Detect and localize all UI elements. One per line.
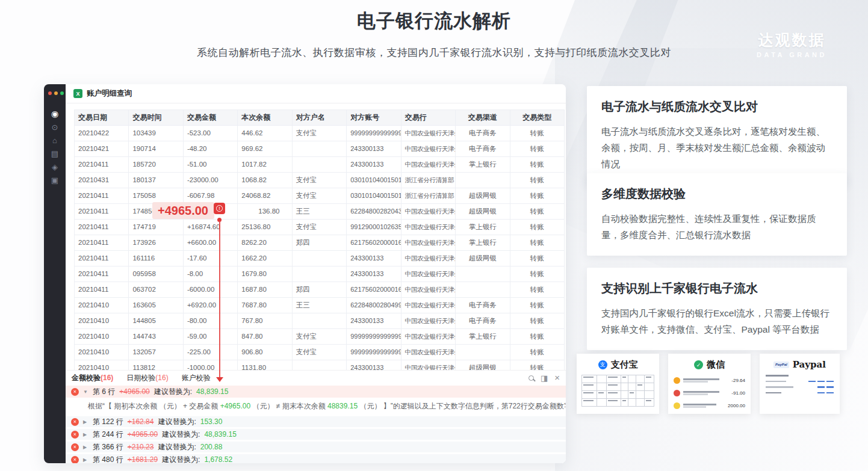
- column-header: 交易渠道: [456, 110, 510, 126]
- table-row[interactable]: 20210410144805-80.00767.80243300133中国农业银…: [75, 313, 565, 329]
- search-icon[interactable]: [529, 375, 534, 381]
- validation-issue-row[interactable]: 第 6 行 +4965.00 建议替换为: 48,839.15: [66, 386, 566, 398]
- archive-icon[interactable]: ▣: [51, 176, 58, 184]
- table-cell: 6217560200001671561: [347, 235, 401, 251]
- detail-text: 根据“【 期初本次余额 （元） + 交易金额: [88, 402, 220, 410]
- column-header: 交易类型: [510, 110, 565, 126]
- table-row[interactable]: 20210410132057-225.00906.80支付宝9999999999…: [75, 345, 565, 360]
- home-icon[interactable]: ⌂: [52, 137, 57, 144]
- table-row[interactable]: 20210410163605+6920.007687.80王三622848002…: [75, 298, 565, 313]
- table-row[interactable]: 20210411063702-6000.001687.80郑四621756020…: [75, 282, 565, 298]
- table-cell: 中国农业银行天津分行资金清算中心: [401, 141, 455, 157]
- info-icon[interactable]: ◈: [52, 163, 58, 171]
- table-row[interactable]: 20210411161116-17.601662.20243300133中国农业…: [75, 251, 565, 266]
- document-icon[interactable]: ▤: [51, 150, 58, 158]
- issue-old-value: +162.84: [128, 417, 154, 426]
- issue-new-value: 1,678.52: [204, 455, 232, 463]
- chevron-right-icon[interactable]: [83, 432, 88, 437]
- grid-cell-placeholder: [597, 375, 607, 383]
- grid-cell-placeholder: [636, 391, 645, 399]
- platform-card-paypal: Paypal: [760, 354, 840, 414]
- column-header: 对方户名: [292, 110, 346, 126]
- feature-body: 电子流水与纸质流水交叉逐条比对，逐笔核对发生额、余额，按周、月、季末核对发生额汇…: [601, 123, 832, 172]
- wechat-transaction-row: -91.00: [674, 387, 745, 399]
- chevron-right-icon[interactable]: [83, 457, 88, 463]
- table-cell: 7687.80: [238, 298, 292, 313]
- table-cell: 中国农业银行天津分行资金清算中心: [401, 298, 455, 313]
- merchant-icon: [674, 390, 680, 396]
- alert-badge-icon[interactable]: [214, 203, 225, 214]
- table-cell: 20210411: [75, 282, 129, 298]
- table-cell: 郑四: [292, 235, 346, 251]
- table-cell: 转账: [510, 220, 565, 235]
- table-cell: 电子商务: [456, 126, 510, 141]
- table-row[interactable]: 20210411185720-51.001017.82243300133中国农业…: [75, 157, 565, 173]
- error-icon: [71, 388, 79, 396]
- validation-issue-row[interactable]: 第 122 行+162.84建议替换为:153.30: [66, 416, 566, 427]
- close-window-icon[interactable]: [48, 91, 52, 95]
- validation-toolbar: [529, 373, 560, 383]
- table-row[interactable]: 20210411173926+6600.008262.20郑四621756020…: [75, 235, 565, 251]
- table-cell: 25136.80: [238, 220, 292, 235]
- table-cell: 20210421: [75, 141, 129, 157]
- validation-issue-row[interactable]: 第 366 行+210.23建议替换为:200.88: [66, 442, 566, 452]
- table-row[interactable]: 20210421190714-48.20969.62243300133中国农业银…: [75, 141, 565, 157]
- issue-suggest-label: 建议替换为:: [158, 417, 196, 427]
- gear-icon[interactable]: ⊙: [52, 123, 58, 131]
- table-cell: 243300133: [347, 141, 401, 157]
- table-cell: 浙江省分行清算部: [401, 173, 455, 188]
- table-row[interactable]: 20210411095958-8.001679.80243300133中国农业银…: [75, 266, 565, 282]
- issue-row-label: 第 366 行: [93, 442, 123, 452]
- table-row[interactable]: 20210411174850+4965.00136.80王三6228480028…: [75, 204, 565, 220]
- table-cell: 转账: [510, 204, 565, 220]
- table-cell: -23000.00: [183, 173, 237, 188]
- table-cell: 转账: [510, 282, 565, 298]
- chevron-down-icon[interactable]: [83, 389, 88, 395]
- apps-icon[interactable]: ◉: [51, 109, 58, 118]
- table-cell: 132057: [129, 345, 183, 360]
- tab-amount-check[interactable]: 金额校验(16): [72, 373, 113, 383]
- chevron-right-icon[interactable]: [83, 445, 88, 450]
- tab-date-check[interactable]: 日期校验(16): [126, 373, 168, 383]
- table-cell: 转账: [510, 235, 565, 251]
- feature-title: 多维度数据校验: [601, 186, 832, 202]
- issue-new-value: 48,839.15: [196, 387, 228, 396]
- table-row[interactable]: 20210411175058-6067.9824068.82支付宝0301010…: [75, 188, 565, 204]
- minimize-window-icon[interactable]: [54, 91, 58, 95]
- validation-issue-row[interactable]: 第 244 行+4965.00建议替换为:48,839.15: [66, 429, 566, 440]
- close-panel-icon[interactable]: [554, 373, 560, 383]
- table-cell: 中国农业银行天津分行资金清算中心: [401, 329, 455, 345]
- chevron-right-icon[interactable]: [83, 419, 88, 425]
- alipay-statement-thumbnail: [581, 375, 654, 407]
- table-row[interactable]: 20210410144743-59.00847.80支付宝99999999999…: [75, 329, 565, 345]
- table-cell: [292, 141, 346, 157]
- feature-body: 支持国内几千家银行的银行Excel流水，只需要上传银行对账单文件，支持微信、支付…: [601, 305, 832, 337]
- table-cell: 超级网银: [456, 251, 510, 266]
- table-row[interactable]: 20210411174719+16874.6025136.80支付宝991290…: [75, 220, 565, 235]
- tab-account-check[interactable]: 账户校验: [182, 373, 211, 383]
- table-cell: -48.20: [183, 141, 237, 157]
- table-cell: 中国农业银行天津分行资金清算中心: [401, 204, 455, 220]
- issue-old-value: +1681.29: [128, 455, 158, 463]
- grid-cell-placeholder: [582, 391, 597, 399]
- table-cell: +16874.60: [183, 220, 237, 235]
- table-cell: 中国农业银行天津分行资金清算中心: [401, 251, 455, 266]
- table-row[interactable]: 20210422103439-523.00446.62支付宝9999999999…: [75, 126, 565, 141]
- table-cell: [292, 157, 346, 173]
- column-header: 交易金额: [183, 110, 237, 126]
- table-cell: 转账: [510, 157, 565, 173]
- table-cell: 郑四: [292, 282, 346, 298]
- table-cell: 转账: [510, 345, 565, 360]
- table-row[interactable]: 20210431180137-23000.001068.82支付宝0301010…: [75, 173, 565, 188]
- document-tab[interactable]: 账户明细查询: [66, 84, 566, 103]
- window-controls[interactable]: [44, 84, 66, 95]
- table-cell: 掌上银行: [456, 157, 510, 173]
- table-cell: 144743: [129, 329, 183, 345]
- table-cell: 446.62: [238, 126, 292, 141]
- table-view-icon[interactable]: [541, 374, 548, 383]
- page-title: 电子银行流水解析: [0, 8, 868, 34]
- maximize-window-icon[interactable]: [60, 91, 64, 95]
- table-cell: 超级网银: [456, 204, 510, 220]
- transaction-amount: -91.00: [731, 390, 745, 396]
- validation-issue-row[interactable]: 第 480 行+1681.29建议替换为:1,678.52: [66, 454, 566, 463]
